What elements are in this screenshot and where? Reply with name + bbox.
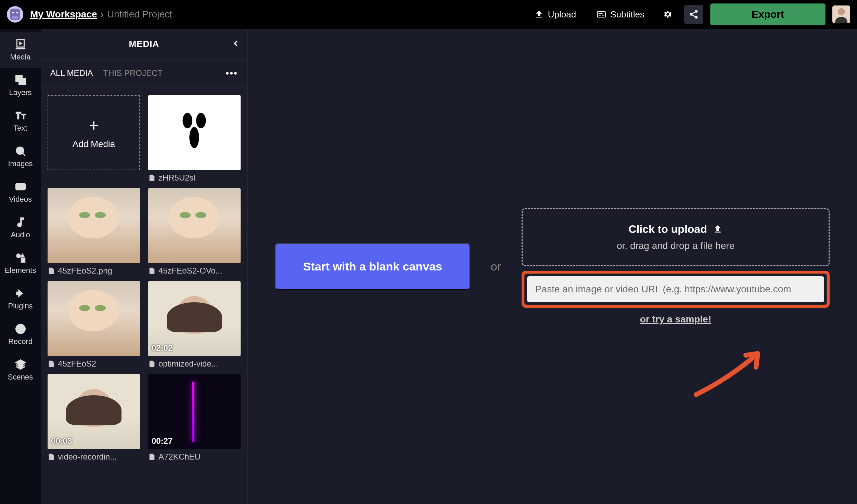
- sidebar-label: Elements: [5, 266, 36, 275]
- upload-button[interactable]: Upload: [527, 6, 583, 23]
- subtitles-button[interactable]: Subtitles: [590, 6, 651, 23]
- breadcrumb-separator: ›: [101, 9, 104, 20]
- media-thumbnail: [148, 188, 241, 263]
- share-button[interactable]: [684, 5, 703, 24]
- add-media-button[interactable]: + Add Media: [48, 95, 140, 170]
- media-item[interactable]: zHR5U2sI: [148, 95, 241, 183]
- svg-point-23: [190, 127, 199, 148]
- svg-rect-14: [19, 79, 25, 85]
- panel-more-button[interactable]: •••: [226, 68, 238, 79]
- svg-rect-7: [599, 13, 603, 14]
- svg-point-22: [196, 113, 206, 128]
- media-name: video-recordin...: [58, 452, 117, 462]
- svg-rect-4: [598, 12, 605, 17]
- tab-this-project[interactable]: THIS PROJECT: [103, 68, 163, 78]
- sidebar-item-images[interactable]: Images: [0, 139, 41, 174]
- sidebar-item-media[interactable]: Media: [0, 32, 41, 68]
- svg-point-20: [18, 327, 23, 331]
- media-duration: 02:02: [152, 343, 172, 353]
- sidebar-item-scenes[interactable]: Scenes: [0, 352, 41, 388]
- sidebar-label: Videos: [9, 195, 32, 204]
- svg-point-17: [16, 254, 21, 258]
- left-sidebar: Media Layers Text Images Videos Audio: [0, 29, 41, 504]
- workspace-link[interactable]: My Workspace: [30, 9, 97, 20]
- sidebar-item-layers[interactable]: Layers: [0, 68, 41, 103]
- upload-subtitle: or, drag and drop a file here: [536, 240, 815, 251]
- svg-point-1: [12, 12, 14, 14]
- sidebar-label: Plugins: [8, 302, 33, 310]
- media-item[interactable]: 45zFEoS2-OVo...: [148, 188, 241, 276]
- media-duration: 00:27: [152, 436, 172, 446]
- media-name: zHR5U2sI: [158, 173, 196, 183]
- upload-dropzone[interactable]: Click to upload or, drag and drop a file…: [522, 208, 830, 266]
- breadcrumb: My Workspace › Untitled Project: [30, 9, 172, 20]
- media-name: A72KChEU: [158, 452, 201, 462]
- collapse-panel-button[interactable]: [231, 39, 241, 50]
- sidebar-label: Audio: [11, 230, 30, 239]
- subtitles-label: Subtitles: [610, 9, 644, 20]
- upload-title: Click to upload: [628, 223, 707, 236]
- svg-point-21: [183, 113, 192, 128]
- media-name: 45zFEoS2.png: [58, 266, 112, 276]
- svg-rect-18: [21, 258, 25, 263]
- plus-icon: +: [89, 116, 99, 135]
- media-panel: MEDIA ALL MEDIA THIS PROJECT ••• + Add M…: [41, 29, 248, 504]
- sidebar-item-audio[interactable]: Audio: [0, 210, 41, 246]
- arrow-annotation: [689, 343, 771, 403]
- sidebar-item-plugins[interactable]: Plugins: [0, 281, 41, 317]
- sidebar-label: Images: [8, 159, 33, 168]
- media-thumbnail: [48, 281, 140, 356]
- sidebar-label: Text: [13, 124, 27, 133]
- media-thumbnail: [148, 95, 241, 170]
- svg-point-2: [16, 12, 18, 14]
- app-header: My Workspace › Untitled Project Upload S…: [0, 0, 857, 29]
- sidebar-label: Scenes: [8, 373, 33, 382]
- sidebar-label: Layers: [9, 88, 32, 97]
- panel-title: MEDIA: [129, 39, 159, 49]
- media-item[interactable]: 00:27 A72KChEU: [148, 374, 241, 462]
- svg-point-15: [16, 147, 24, 154]
- blank-canvas-button[interactable]: Start with a blank canvas: [275, 243, 470, 290]
- media-thumbnail: 00:27: [148, 374, 241, 449]
- user-avatar[interactable]: [832, 5, 850, 23]
- try-sample-link[interactable]: or try a sample!: [522, 314, 830, 325]
- media-thumbnail: [48, 188, 140, 263]
- project-title[interactable]: Untitled Project: [107, 9, 172, 20]
- media-item[interactable]: 00:03 video-recordin...: [48, 374, 140, 462]
- or-separator: or: [491, 260, 501, 273]
- svg-point-9: [690, 13, 693, 16]
- media-thumbnail: 00:03: [48, 374, 140, 449]
- sidebar-item-elements[interactable]: Elements: [0, 246, 41, 281]
- media-name: 45zFEoS2: [58, 359, 96, 369]
- svg-rect-3: [12, 16, 18, 19]
- url-highlight-annotation: [522, 271, 830, 308]
- url-input[interactable]: [527, 276, 824, 302]
- sidebar-label: Media: [10, 53, 31, 62]
- svg-rect-6: [602, 15, 604, 15]
- sidebar-label: Record: [8, 337, 33, 346]
- svg-rect-12: [16, 48, 25, 49]
- add-media-label: Add Media: [73, 139, 115, 149]
- sidebar-item-text[interactable]: Text: [0, 103, 41, 139]
- svg-point-10: [695, 16, 698, 19]
- settings-button[interactable]: [658, 5, 677, 24]
- upload-label: Upload: [548, 9, 576, 20]
- media-item[interactable]: 02:02 optimized-vide...: [148, 281, 241, 369]
- sidebar-item-videos[interactable]: Videos: [0, 174, 41, 210]
- media-name: optimized-vide...: [158, 359, 218, 369]
- sidebar-item-record[interactable]: Record: [0, 317, 41, 352]
- media-item[interactable]: 45zFEoS2: [48, 281, 140, 369]
- media-thumbnail: 02:02: [148, 281, 241, 356]
- svg-rect-5: [599, 15, 601, 15]
- media-item[interactable]: 45zFEoS2.png: [48, 188, 140, 276]
- export-button[interactable]: Export: [710, 3, 826, 25]
- media-name: 45zFEoS2-OVo...: [158, 266, 222, 276]
- app-logo[interactable]: [7, 6, 23, 23]
- tab-all-media[interactable]: ALL MEDIA: [50, 68, 93, 78]
- upload-icon: [713, 224, 723, 234]
- media-duration: 00:03: [51, 436, 72, 446]
- media-grid[interactable]: + Add Media zHR5U2sI 45zFEoS2.png 45zFEo…: [41, 87, 247, 504]
- svg-point-8: [695, 10, 698, 13]
- canvas-area: Start with a blank canvas or Click to up…: [248, 29, 857, 504]
